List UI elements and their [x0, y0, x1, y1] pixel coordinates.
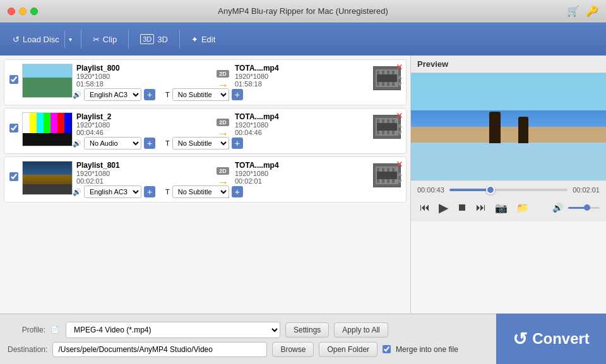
item-0-thumbnail: [22, 64, 73, 98]
item-0-subtitle-select[interactable]: No Subtitle: [172, 88, 229, 101]
edit-button[interactable]: ✦ Edit: [185, 31, 222, 48]
volume-icon[interactable]: 🔊: [550, 201, 566, 214]
destination-label: Destination:: [8, 345, 47, 354]
profile-select[interactable]: MPEG-4 Video (*.mp4): [66, 322, 280, 338]
folder-button[interactable]: 📁: [514, 201, 532, 215]
toolbar-divider-1: [81, 30, 81, 49]
content-wrapper: Playlist_800 1920*1080 01:58:18 2D → 2D …: [0, 56, 606, 364]
item-2-checkbox[interactable]: [9, 172, 18, 181]
item-2-badge-src: 2D: [217, 167, 229, 175]
figure-2: [518, 117, 528, 143]
item-0-resolution: 1920*1080: [76, 73, 211, 80]
item-0-badge-src: 2D: [217, 70, 229, 78]
item-0-move-down[interactable]: ▼: [396, 80, 403, 88]
item-1-duration: 00:04:46: [76, 129, 211, 136]
load-disc-group: ↺ Load Disc ▾: [8, 31, 76, 48]
stop-button[interactable]: ⏹: [454, 201, 470, 214]
profile-icon: 📄: [50, 326, 59, 334]
item-1-badge-src: 2D: [217, 119, 229, 126]
item-1-subtitle-select[interactable]: No Subtitle: [172, 137, 229, 150]
edit-icon: ✦: [191, 35, 198, 44]
item-1-output-name: TOTA....mp4: [235, 112, 369, 121]
list-item: Playlist_800 1920*1080 01:58:18 2D → 2D …: [4, 59, 407, 105]
current-time: 00:00:43: [417, 186, 444, 194]
item-2-close[interactable]: ✕: [396, 160, 403, 168]
item-1-output-res: 1920*1080: [235, 121, 369, 129]
apply-all-button[interactable]: Apply to All: [334, 322, 388, 338]
screenshot-button[interactable]: 📷: [492, 201, 510, 215]
item-2-subtitle-add[interactable]: +: [232, 186, 243, 197]
item-0-output: TOTA....mp4 1920*1080 01:58:18: [235, 64, 369, 88]
item-0-reorder: ▲ ▼: [396, 73, 403, 88]
progress-thumb: [486, 185, 495, 194]
item-1-close[interactable]: ✕: [396, 111, 403, 120]
item-1-audio-add[interactable]: +: [144, 138, 155, 149]
item-1-audio-select[interactable]: No Audio English AC3: [84, 137, 141, 150]
browse-button[interactable]: Browse: [272, 342, 314, 357]
item-1-audio-icon: 🔊: [73, 139, 81, 148]
progress-track[interactable]: [449, 189, 567, 191]
destination-input[interactable]: /Users/pele/Documents/AnyMP4 Studio/Vide…: [52, 342, 267, 357]
preview-panel: Preview 00:00:43 00:02:01 ⏮: [410, 56, 606, 314]
item-0-close[interactable]: ✕: [396, 62, 403, 71]
traffic-lights: [8, 8, 38, 15]
file-list: Playlist_800 1920*1080 01:58:18 2D → 2D …: [0, 56, 410, 314]
convert-button[interactable]: ↺ Convert: [513, 329, 590, 349]
clip-button[interactable]: ✂ Clip: [86, 31, 123, 48]
skip-end-button[interactable]: ⏭: [473, 201, 489, 214]
item-1-move-down[interactable]: ▼: [396, 129, 403, 136]
play-button[interactable]: ▶: [436, 199, 451, 216]
title-bar: AnyMP4 Blu-ray Ripper for Mac (Unregiste…: [0, 0, 606, 23]
merge-label: Merge into one file: [396, 345, 458, 354]
item-2-audio-add[interactable]: +: [144, 186, 155, 197]
cart-icon[interactable]: 🛒: [567, 5, 579, 17]
open-folder-button[interactable]: Open Folder: [319, 342, 377, 357]
convert-label: Convert: [532, 330, 590, 348]
load-disc-dropdown[interactable]: ▾: [64, 31, 76, 48]
item-2-resolution: 1920*1080: [76, 170, 211, 177]
item-2-output-name: TOTA....mp4: [235, 161, 369, 170]
volume-track[interactable]: [568, 207, 600, 209]
total-time: 00:02:01: [573, 186, 600, 194]
item-0-subtitle-add[interactable]: +: [232, 89, 243, 100]
load-disc-button[interactable]: ↺ Load Disc: [8, 31, 64, 48]
skip-start-button[interactable]: ⏮: [417, 201, 432, 214]
figure-1: [489, 112, 501, 143]
item-0-output-res: 1920*1080: [235, 73, 369, 80]
item-2-output: TOTA....mp4 1920*1080 00:02:01: [235, 161, 369, 185]
profile-label: Profile:: [8, 326, 45, 334]
item-0-audio-icon: 🔊: [73, 91, 81, 99]
item-1-resolution: 1920*1080: [76, 121, 211, 129]
merge-checkbox[interactable]: [383, 345, 391, 353]
item-2-reorder: ▲ ▼: [396, 170, 403, 185]
item-2-move-down[interactable]: ▼: [396, 177, 403, 185]
threed-label: 3D: [157, 35, 168, 44]
convert-section: ↺ Convert: [496, 314, 606, 364]
item-0-checkbox[interactable]: [9, 75, 18, 84]
maximize-button[interactable]: [30, 8, 38, 15]
item-0-info: Playlist_800 1920*1080 01:58:18: [76, 64, 211, 88]
item-2-info: Playlist_801 1920*1080 00:02:01: [76, 161, 211, 185]
item-0-audio-select[interactable]: English AC3 No Audio: [84, 88, 141, 101]
item-1-checkbox[interactable]: [9, 124, 18, 132]
settings-button[interactable]: Settings: [285, 322, 329, 338]
user-icon[interactable]: 🔑: [586, 5, 598, 17]
list-item: Playlist_801 1920*1080 00:02:01 2D → 2D …: [4, 156, 407, 203]
convert-icon: ↺: [513, 329, 527, 349]
preview-video: [411, 73, 606, 180]
minimize-button[interactable]: [19, 8, 27, 15]
close-button[interactable]: [8, 8, 15, 15]
item-1-move-up[interactable]: ▲: [396, 121, 403, 129]
item-2-tracks: 🔊 English AC3 No Audio + T No Subtitle +: [73, 185, 243, 198]
film-strip-icon: [376, 118, 398, 136]
item-0-audio-add[interactable]: +: [144, 89, 155, 100]
item-2-audio-select[interactable]: English AC3 No Audio: [84, 185, 141, 198]
item-2-subtitle-select[interactable]: No Subtitle: [172, 185, 229, 198]
item-1-subtitle-add[interactable]: +: [232, 138, 243, 149]
volume-area: 🔊: [550, 201, 600, 214]
item-2-move-up[interactable]: ▲: [396, 170, 403, 177]
threed-icon: 3D: [140, 34, 154, 44]
threed-button[interactable]: 3D 3D: [134, 30, 174, 48]
item-0-move-up[interactable]: ▲: [396, 73, 403, 80]
toolbar: ↺ Load Disc ▾ ✂ Clip 3D 3D ✦ Edit: [0, 23, 606, 56]
